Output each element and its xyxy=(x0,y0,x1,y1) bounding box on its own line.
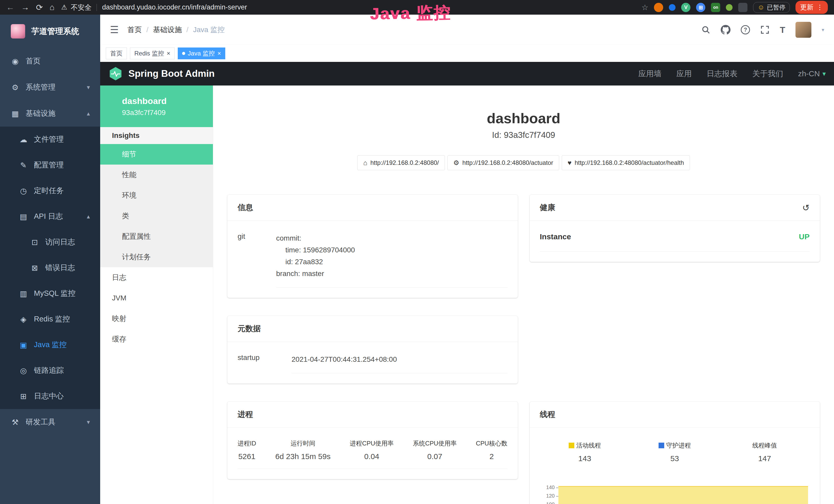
sba-item-mappings[interactable]: 映射 xyxy=(100,308,213,329)
home-icon[interactable]: ⌂ xyxy=(49,3,54,12)
health-url-link[interactable]: ♥ http://192.168.0.2:48080/actuator/heal… xyxy=(562,155,690,170)
help-icon[interactable]: ? xyxy=(741,25,750,35)
tab-home[interactable]: 首页 xyxy=(106,47,127,59)
git-commit-line: commit: xyxy=(276,232,507,244)
bookmark-star-icon[interactable]: ☆ xyxy=(642,3,649,12)
admin-sidebar: 芋道管理系统 ◉ 首页 ⚙ 系统管理 ▾ ▦ 基础设施 ▴ ☁ 文件管理 xyxy=(0,15,100,504)
infra-submenu: ☁ 文件管理 ✎ 配置管理 ◷ 定时任务 ▤ API 日志 ▴ ⊡ xyxy=(0,127,100,409)
extension-icon-5[interactable] xyxy=(726,4,732,11)
sba-item-metrics[interactable]: 性能 xyxy=(100,165,213,185)
sidebar-item-home[interactable]: ◉ 首页 xyxy=(0,48,100,74)
sba-item-caches[interactable]: 缓存 xyxy=(100,329,213,349)
paused-badge[interactable]: ☺ 已暂停 xyxy=(753,2,790,13)
sidebar-item-label: 首页 xyxy=(26,56,41,66)
github-icon[interactable] xyxy=(721,25,730,35)
process-card: 进程 进程ID 5261 运行时间 xyxy=(227,402,518,479)
app-logo[interactable]: 芋道管理系统 xyxy=(0,15,100,48)
back-icon[interactable]: ← xyxy=(6,3,14,12)
git-branch-line: branch: master xyxy=(276,268,507,280)
close-icon[interactable]: × xyxy=(167,50,170,56)
vue-devtools-icon[interactable]: V xyxy=(681,3,690,12)
breadcrumb-item-infra[interactable]: 基础设施 xyxy=(153,25,182,35)
legend-live-threads: 活动线程 143 xyxy=(540,441,630,463)
security-warning-label: 不安全 xyxy=(71,3,91,12)
extension-icon-2[interactable] xyxy=(669,4,676,11)
tab-label: Redis 监控 xyxy=(134,49,164,58)
health-instance-row[interactable]: Instance UP xyxy=(540,232,810,252)
sidebar-item-label: 基础设施 xyxy=(26,108,56,119)
fullscreen-icon[interactable] xyxy=(760,25,770,35)
eye-icon: ◎ xyxy=(19,366,28,375)
sidebar-item-label: 访问日志 xyxy=(45,237,75,247)
sidebar-item-config[interactable]: ✎ 配置管理 xyxy=(0,152,100,178)
sba-header: Spring Boot Admin 应用墙 应用 日志报表 关于我们 zh-CN… xyxy=(100,62,834,86)
browser-update-button[interactable]: 更新 ⋮ xyxy=(795,1,828,14)
refresh-icon[interactable]: ⟳ xyxy=(36,3,43,12)
sidebar-item-system[interactable]: ⚙ 系统管理 ▾ xyxy=(0,74,100,100)
sba-main: dashboard Id: 93a3fc7f7409 ⌂ http://192.… xyxy=(213,86,834,504)
process-col-proc-cpu: 进程CPU使用率 0.04 xyxy=(350,439,394,461)
sidebar-item-log-center[interactable]: ⊞ 日志中心 xyxy=(0,383,100,409)
sidebar-item-dev-tools[interactable]: ⚒ 研发工具 ▾ xyxy=(0,409,100,435)
sidebar-item-api-log[interactable]: ▤ API 日志 ▴ xyxy=(0,204,100,229)
sba-body: dashboard 93a3fc7f7409 Insights 细节 性能 环境… xyxy=(100,86,834,504)
browser-chrome: ← → ⟳ ⌂ ⚠ 不安全 dashboard.yudao.iocoder.cn… xyxy=(0,0,834,15)
info-git-row: git commit: time: 1596289704000 id: 27aa… xyxy=(238,232,507,288)
sidebar-toggle-icon[interactable]: ☰ xyxy=(110,24,119,36)
legend-daemon-threads: 守护进程 53 xyxy=(630,441,720,463)
access-log-icon: ⊡ xyxy=(30,238,40,247)
sidebar-item-redis[interactable]: ◈ Redis 监控 xyxy=(0,306,100,332)
monitor-icon: ▦ xyxy=(10,109,20,118)
instance-header[interactable]: dashboard 93a3fc7f7409 xyxy=(100,86,213,127)
sidebar-item-job[interactable]: ◷ 定时任务 xyxy=(0,178,100,204)
breadcrumb-item-home[interactable]: 首页 xyxy=(127,25,142,35)
actuator-url-link[interactable]: ⚙ http://192.168.0.2:48080/actuator xyxy=(447,155,559,170)
row-value: commit: time: 1596289704000 id: 27aa832 … xyxy=(276,232,507,288)
breadcrumb-separator: / xyxy=(186,26,189,34)
sidebar-item-trace[interactable]: ◎ 链路追踪 xyxy=(0,358,100,383)
sba-brand-title[interactable]: Spring Boot Admin xyxy=(128,68,215,79)
sba-item-classes[interactable]: 类 xyxy=(100,206,213,226)
sidebar-item-file[interactable]: ☁ 文件管理 xyxy=(0,127,100,152)
sba-item-environment[interactable]: 环境 xyxy=(100,185,213,206)
font-size-icon[interactable]: T xyxy=(780,25,785,35)
sba-nav-about[interactable]: 关于我们 xyxy=(752,69,783,79)
sba-nav-journal[interactable]: 日志报表 xyxy=(707,69,738,79)
extension-icon-1[interactable] xyxy=(654,3,663,12)
sba-nav-wallboard[interactable]: 应用墙 xyxy=(638,69,661,79)
sidebar-item-java[interactable]: ▣ Java 监控 xyxy=(0,332,100,358)
sba-item-scheduled-tasks[interactable]: 计划任务 xyxy=(100,247,213,267)
sba-item-jvm[interactable]: JVM xyxy=(100,288,213,308)
sidebar-item-mysql[interactable]: ▥ MySQL 监控 xyxy=(0,281,100,306)
heart-icon: ♥ xyxy=(568,159,571,167)
locale-selector[interactable]: zh-CN ▾ xyxy=(798,69,826,78)
sidebar-item-infra[interactable]: ▦ 基础设施 ▴ xyxy=(0,100,100,127)
y-tick: 120 xyxy=(540,493,558,501)
legend-value: 143 xyxy=(540,454,630,463)
forward-icon[interactable]: → xyxy=(21,3,29,12)
extension-icon-4[interactable]: on xyxy=(711,3,720,12)
sba-item-details[interactable]: 细节 xyxy=(100,144,213,165)
user-avatar[interactable] xyxy=(795,22,811,38)
sidebar-item-access-log[interactable]: ⊡ 访问日志 xyxy=(0,229,100,255)
address-bar[interactable]: ⚠ 不安全 dashboard.yudao.iocoder.cn/infra/a… xyxy=(61,3,635,12)
tab-java-monitor[interactable]: Java 监控 × xyxy=(178,47,225,59)
extension-icon-3[interactable]: ⊞ xyxy=(696,3,705,12)
card-body: Instance UP xyxy=(530,221,820,262)
tab-redis-monitor[interactable]: Redis 监控 × xyxy=(130,47,175,59)
search-icon[interactable] xyxy=(701,25,710,35)
sba-item-logs[interactable]: 日志 xyxy=(100,267,213,288)
history-icon[interactable]: ↺ xyxy=(803,203,810,213)
close-icon[interactable]: × xyxy=(217,50,221,56)
health-card: 健康 ↺ Instance UP xyxy=(530,194,820,262)
page-title: dashboard xyxy=(213,110,834,127)
sba-item-config-props[interactable]: 配置属性 xyxy=(100,226,213,247)
extensions-puzzle-icon[interactable] xyxy=(738,3,747,12)
chevron-up-icon: ▴ xyxy=(87,110,90,117)
sba-nav-applications[interactable]: 应用 xyxy=(676,69,692,79)
home-icon: ⌂ xyxy=(363,159,367,167)
y-tick: 140 xyxy=(540,484,558,493)
chevron-down-icon: ▾ xyxy=(87,418,90,426)
sidebar-item-error-log[interactable]: ⊠ 错误日志 xyxy=(0,255,100,281)
service-url-link[interactable]: ⌂ http://192.168.0.2:48080/ xyxy=(357,155,445,170)
